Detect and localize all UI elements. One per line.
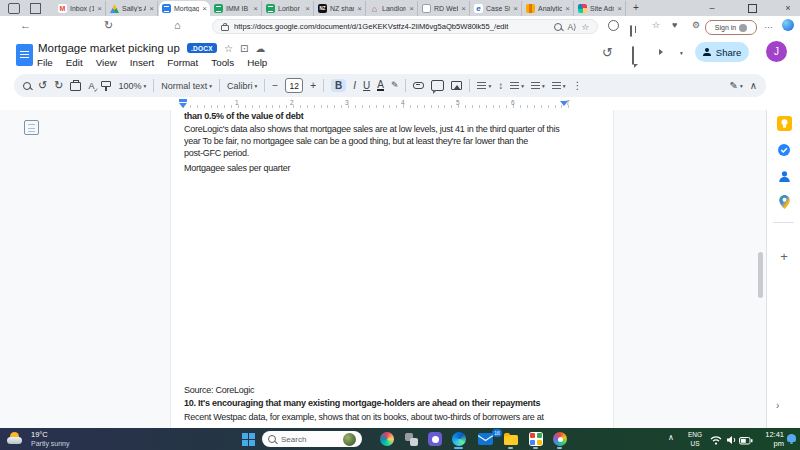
- move-folder-icon[interactable]: ⊡: [240, 43, 248, 54]
- tab-actions-icon[interactable]: [30, 3, 41, 14]
- contacts-icon[interactable]: [776, 168, 792, 184]
- right-indent-marker[interactable]: [560, 101, 568, 106]
- close-tab-icon[interactable]: ×: [409, 5, 414, 13]
- redo-icon[interactable]: ↻: [54, 80, 63, 91]
- checklist-select[interactable]: ▾: [510, 82, 524, 89]
- battery-icon[interactable]: [738, 433, 754, 449]
- google-docs-logo[interactable]: [16, 44, 33, 66]
- menu-tools[interactable]: Tools: [211, 57, 234, 68]
- star-document-icon[interactable]: ☆: [224, 43, 233, 54]
- menu-help[interactable]: Help: [247, 57, 267, 68]
- close-tab-icon[interactable]: ×: [461, 5, 466, 13]
- more-options-icon[interactable]: ⋮: [573, 80, 583, 91]
- sign-in-button[interactable]: Sign in: [705, 20, 757, 35]
- language-indicator[interactable]: ENG US: [688, 430, 702, 448]
- menu-view[interactable]: View: [96, 57, 117, 68]
- task-view-icon[interactable]: [403, 431, 419, 447]
- highlight-color-icon[interactable]: ✎: [391, 80, 399, 91]
- purple-app-icon[interactable]: [427, 431, 443, 447]
- tab-analytics[interactable]: Analytics×: [523, 1, 574, 16]
- close-tab-icon[interactable]: ×: [617, 5, 622, 13]
- paragraph-style-select[interactable]: Normal text▾: [161, 81, 212, 91]
- line-spacing-icon[interactable]: ↕: [498, 80, 503, 91]
- outlook-icon[interactable]: [477, 431, 493, 447]
- widgets-app-icon[interactable]: [379, 431, 395, 447]
- insert-image-icon[interactable]: [451, 81, 462, 90]
- undo-icon[interactable]: ↺: [38, 80, 47, 91]
- account-avatar[interactable]: J: [766, 41, 787, 62]
- close-tab-icon[interactable]: ×: [357, 5, 362, 13]
- edge-icon[interactable]: [451, 431, 467, 447]
- tab-sallys[interactable]: Sally's A×: [107, 1, 158, 16]
- zoom-page-icon[interactable]: [554, 23, 562, 31]
- tab-imm[interactable]: IMM IB×: [211, 1, 262, 16]
- left-indent-marker[interactable]: [179, 103, 187, 108]
- share-button[interactable]: Share: [695, 42, 749, 62]
- close-tab-icon[interactable]: ×: [253, 5, 258, 13]
- office-app-icon[interactable]: [528, 431, 544, 447]
- settings-more-icon[interactable]: …: [764, 20, 773, 30]
- document-title[interactable]: Mortgage market picking up: [38, 42, 180, 54]
- underline-button[interactable]: U: [363, 80, 370, 91]
- first-line-indent-marker[interactable]: [179, 99, 187, 102]
- close-tab-icon[interactable]: ×: [305, 5, 310, 13]
- search-menus-icon[interactable]: [23, 82, 31, 90]
- tab-nz-share[interactable]: NZNZ share×: [315, 1, 366, 16]
- volume-icon[interactable]: [723, 432, 739, 448]
- refresh-icon[interactable]: ↻: [104, 20, 113, 31]
- split-screen-icon[interactable]: [630, 25, 632, 37]
- maps-icon[interactable]: [776, 194, 792, 210]
- tab-inbox[interactable]: MInbox (1×: [55, 1, 106, 16]
- scrollbar-thumb[interactable]: [758, 252, 763, 298]
- window-close-button[interactable]: ×: [776, 0, 800, 16]
- bulleted-list-select[interactable]: ▾: [531, 82, 545, 89]
- video-call-dropdown-icon[interactable]: ▾: [680, 50, 683, 56]
- tab-landlord[interactable]: ⌂Landlord×: [367, 1, 418, 16]
- font-select[interactable]: Calibri▾: [227, 81, 257, 91]
- font-size-input[interactable]: 12: [285, 78, 303, 93]
- tab-case-study[interactable]: eCase Stu×: [471, 1, 522, 16]
- paint-format-icon[interactable]: [101, 81, 111, 87]
- home-icon[interactable]: ⌂: [174, 20, 181, 31]
- extensions-icon[interactable]: ⚙: [692, 20, 700, 30]
- start-button[interactable]: [240, 431, 256, 447]
- ruler[interactable]: 1 2 3 4 5 6 7: [0, 98, 800, 110]
- address-bar[interactable]: https://docs.google.com/document/d/1GeKE…: [212, 19, 598, 34]
- insert-link-icon[interactable]: [413, 82, 424, 89]
- comments-icon[interactable]: [632, 46, 634, 65]
- close-tab-icon[interactable]: ×: [565, 5, 570, 13]
- menu-file[interactable]: File: [37, 57, 53, 68]
- spell-check-icon[interactable]: A: [88, 81, 94, 91]
- photos-app-icon[interactable]: [552, 431, 568, 447]
- numbered-list-select[interactable]: ▾: [552, 82, 566, 89]
- keep-icon[interactable]: [776, 115, 792, 131]
- copilot-icon[interactable]: [782, 19, 794, 31]
- close-tab-icon[interactable]: ×: [202, 5, 207, 13]
- clock-widget[interactable]: 12:41 pm 6/12/2023: [753, 430, 784, 450]
- version-history-icon[interactable]: ↺: [602, 45, 613, 60]
- tab-site-admin[interactable]: Site Adm×: [575, 1, 626, 16]
- zoom-select[interactable]: 100%▾: [118, 81, 146, 91]
- browser-essentials-icon[interactable]: ♥: [672, 20, 677, 30]
- window-maximize-button[interactable]: [740, 0, 764, 16]
- align-select[interactable]: ▾: [477, 82, 491, 89]
- close-tab-icon[interactable]: ×: [149, 5, 154, 13]
- close-tab-icon[interactable]: ×: [513, 5, 518, 13]
- wifi-icon[interactable]: [708, 432, 724, 448]
- document-outline-icon[interactable]: [24, 120, 39, 135]
- collapse-toolbar-icon[interactable]: ∧: [750, 80, 757, 91]
- file-explorer-icon[interactable]: [503, 431, 519, 447]
- close-tab-icon[interactable]: ×: [97, 5, 102, 13]
- tasks-icon[interactable]: [776, 142, 792, 158]
- tab-rd-web[interactable]: RD Web×: [419, 1, 470, 16]
- weather-widget[interactable]: 19°C Partly sunny: [31, 430, 70, 448]
- read-aloud-icon[interactable]: A⟩: [567, 22, 576, 32]
- back-icon[interactable]: ←: [20, 20, 31, 31]
- new-tab-button[interactable]: +: [633, 2, 639, 13]
- increase-font-size-button[interactable]: +: [310, 80, 316, 91]
- notifications-bell-icon[interactable]: [787, 434, 796, 442]
- editing-mode-select[interactable]: ✎▾: [730, 80, 743, 91]
- tray-expand-icon[interactable]: ∧: [668, 433, 674, 442]
- menu-edit[interactable]: Edit: [66, 57, 83, 68]
- menu-insert[interactable]: Insert: [130, 57, 155, 68]
